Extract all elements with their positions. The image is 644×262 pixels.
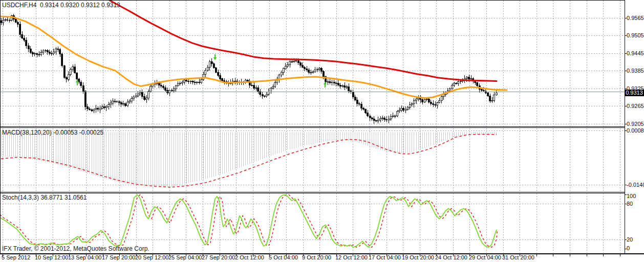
trading-chart-window: USDCHF,H4 0.9314 0.9320 0.9312 0.9313 MA… xyxy=(0,0,644,262)
stoch-tick-label: 100 xyxy=(627,193,636,199)
time-tick-label: 9 Oct 20:00 xyxy=(302,254,331,260)
time-tick-label: 10 Sep 12:00 xyxy=(35,254,68,260)
time-tick-label: 27 Sep 20:00 xyxy=(202,254,235,260)
up-arrow-marker xyxy=(324,82,327,88)
price-tick-label: 0.9205 xyxy=(627,121,644,127)
stoch-tick-label: 80 xyxy=(627,201,633,207)
price-tick-label: 0.9445 xyxy=(627,50,644,56)
down-arrow-marker xyxy=(213,54,217,60)
time-tick-label: 29 Oct 04:00 xyxy=(469,254,501,260)
time-tick-label: 31 Oct 20:00 xyxy=(502,254,534,260)
time-tick-label: 20 Sep 12:00 xyxy=(135,254,168,260)
chart-title: USDCHF,H4 0.9314 0.9320 0.9312 0.9313 xyxy=(2,2,120,9)
time-tick-label: 17 Oct 04:00 xyxy=(369,254,401,260)
macd-indicator-label: MACD(38,120,20) -0.00053 -0.00025 xyxy=(2,129,103,136)
bid-price-badge: 0.9313 xyxy=(625,90,644,96)
time-tick-label: 12 Oct 12:00 xyxy=(335,254,368,260)
time-tick-label: 2 Oct 12:00 xyxy=(235,254,264,260)
price-tick-label: 0.9505 xyxy=(627,32,644,38)
stoch-indicator-label: Stoch(14,3,3) 36.8771 31.0561 xyxy=(2,194,87,201)
time-tick-label: 19 Oct 20:00 xyxy=(402,254,434,260)
time-tick-label: 5 Sep 2012 xyxy=(2,254,30,260)
time-tick-label: 5 Oct 04:00 xyxy=(269,254,298,260)
price-tick-label: 0.9265 xyxy=(627,103,644,109)
stoch-tick-label: 20 xyxy=(627,236,633,243)
price-tick-label: 0.9385 xyxy=(627,68,644,74)
price-tick-label: 0.9565 xyxy=(627,15,644,21)
time-tick-label: 25 Sep 04:00 xyxy=(168,254,202,260)
time-tick-label: 24 Oct 12:00 xyxy=(435,254,467,260)
copyright-text: IFX Trader, © 2001-2012, MetaQuotes Soft… xyxy=(2,245,149,252)
time-tick-label: 13 Sep 04:00 xyxy=(68,254,101,260)
stoch-tick-label: 0 xyxy=(627,245,630,251)
macd-tick-label: 0.00083 xyxy=(627,127,644,134)
macd-tick-label: -0.01403 xyxy=(627,182,644,188)
time-tick-label: 17 Sep 20:00 xyxy=(102,254,135,260)
